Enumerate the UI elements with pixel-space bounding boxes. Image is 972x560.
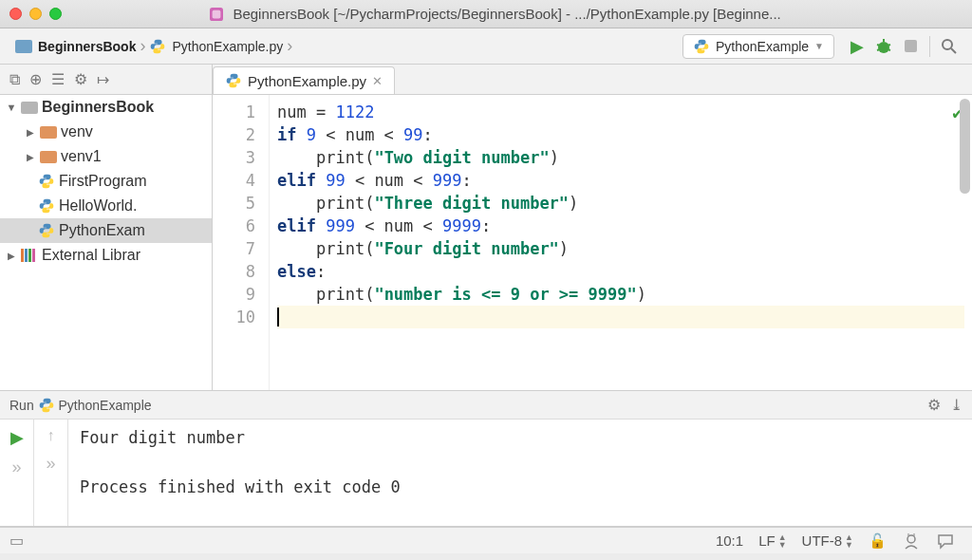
settings-gear-icon[interactable]: ⚙ [927, 396, 941, 414]
scroll-to-source-icon[interactable]: ⊕ [29, 70, 42, 88]
run-config-selector[interactable]: PythonExample ▼ [682, 34, 834, 59]
svg-point-2 [878, 42, 889, 53]
code-line: if 9 < num < 99: [277, 123, 964, 146]
python-file-icon [38, 197, 55, 215]
select-opened-file-icon[interactable]: ⧉ [9, 71, 20, 88]
editor-tab-active[interactable]: PythonExample.py ✕ [213, 66, 395, 94]
code-line: elif 999 < num < 9999: [277, 215, 964, 237]
collapse-all-icon[interactable]: ☰ [51, 70, 65, 88]
window-controls [9, 8, 62, 20]
play-icon: ▶ [850, 36, 864, 57]
python-file-icon [225, 72, 242, 89]
run-config-label: PythonExample [716, 39, 809, 54]
search-icon [941, 38, 958, 55]
module-icon [21, 102, 38, 114]
breadcrumb-project-label: BeginnersBook [38, 39, 136, 54]
svg-line-7 [888, 49, 890, 50]
folder-icon [40, 151, 57, 163]
search-everywhere-button[interactable] [938, 35, 961, 58]
code-editor[interactable]: 12345678910 num = 1122 if 9 < num < 99: … [213, 95, 972, 390]
window-title: BeginnersBook [~/PycharmProjects/Beginne… [76, 6, 963, 22]
breadcrumb-project[interactable]: BeginnersBook [9, 37, 141, 56]
close-tab-icon[interactable]: ✕ [372, 74, 383, 88]
code-line: print("Two digit number") [277, 146, 964, 169]
run-tool-config-label: PythonExample [58, 398, 151, 413]
run-tool-body: ▶ » ↑ » Four digit number Process finish… [0, 420, 972, 526]
code-line-current [277, 306, 964, 328]
tree-root[interactable]: BeginnersBook [0, 95, 212, 120]
expand-arrow-icon[interactable] [6, 249, 17, 262]
up-arrow-icon[interactable]: ↑ [47, 427, 55, 444]
line-separator-selector[interactable]: LF▲▼ [758, 532, 786, 549]
caret-position[interactable]: 10:1 [716, 532, 743, 549]
separator [929, 36, 930, 57]
code-line: else: [277, 260, 964, 283]
encoding-selector[interactable]: UTF-8▲▼ [802, 532, 853, 549]
navigation-bar: BeginnersBook › PythonExample.py › Pytho… [0, 28, 972, 65]
inspector-icon[interactable] [902, 532, 921, 551]
breadcrumb-file[interactable]: PythonExample.py [143, 36, 289, 57]
caret [277, 308, 279, 327]
bug-icon [874, 37, 893, 56]
read-only-lock-icon[interactable]: 🔓 [869, 532, 887, 550]
maximize-window-button[interactable] [49, 8, 62, 20]
gutter-line-numbers: 12345678910 [213, 95, 270, 390]
run-side-toolbar-1: ▶ » [0, 420, 34, 526]
tree-folder-label: venv1 [61, 148, 102, 165]
run-button[interactable]: ▶ [846, 35, 869, 58]
close-window-button[interactable] [9, 8, 22, 20]
svg-line-4 [877, 45, 880, 46]
project-tree[interactable]: BeginnersBook venv venv1 FirstProgram He… [0, 95, 213, 390]
chevron-down-icon: ▼ [814, 41, 824, 51]
tree-file-selected[interactable]: PythonExam [0, 218, 212, 243]
python-file-icon [149, 38, 166, 55]
chevron-double-icon[interactable]: » [11, 457, 21, 477]
stop-button[interactable] [899, 35, 922, 58]
settings-gear-icon[interactable]: ⚙ [74, 70, 87, 88]
run-tool-label: Run [9, 398, 34, 413]
editor-scrollbar[interactable] [960, 99, 970, 194]
svg-line-5 [888, 45, 890, 46]
svg-point-8 [943, 40, 952, 49]
tool-tab-bar: ⧉ ⊕ ☰ ⚙ ↦ PythonExample.py ✕ [0, 65, 972, 95]
run-side-toolbar-2: ↑ » [34, 420, 68, 526]
debug-button[interactable] [872, 35, 895, 58]
pycharm-app-icon [210, 8, 223, 21]
code-line: num = 1122 [277, 101, 964, 123]
main-area: BeginnersBook venv venv1 FirstProgram He… [0, 95, 972, 391]
tree-root-label: BeginnersBook [42, 99, 154, 116]
tree-external-label: External Librar [42, 247, 140, 264]
code-line: print("Four digit number") [277, 237, 964, 260]
tree-folder[interactable]: venv1 [0, 144, 212, 169]
expand-arrow-icon[interactable] [25, 150, 36, 163]
tree-file[interactable]: FirstProgram [0, 169, 212, 194]
python-file-icon [38, 222, 55, 239]
libraries-icon [21, 249, 38, 262]
hide-tool-window-icon[interactable]: ↦ [97, 70, 109, 88]
tree-folder[interactable]: venv [0, 120, 212, 144]
python-file-icon [38, 173, 55, 190]
rerun-button[interactable]: ▶ [10, 427, 24, 448]
tree-folder-label: venv [61, 123, 93, 140]
tool-window-bars-icon[interactable]: ▭ [9, 532, 24, 550]
folder-icon [15, 40, 32, 53]
code-line: print("Three digit number") [277, 192, 964, 215]
editor-content[interactable]: num = 1122 if 9 < num < 99: print("Two d… [270, 95, 972, 390]
stop-icon [905, 40, 917, 52]
svg-line-6 [877, 49, 880, 50]
run-console[interactable]: Four digit number Process finished with … [68, 420, 972, 526]
tree-external-libraries[interactable]: External Librar [0, 243, 212, 268]
expand-arrow-icon[interactable] [25, 125, 36, 139]
folder-icon [40, 126, 57, 139]
expand-arrow-icon[interactable] [6, 101, 17, 114]
editor-tab-label: PythonExample.py [248, 73, 366, 89]
svg-line-9 [951, 48, 956, 53]
status-bar: ▭ 10:1 LF▲▼ UTF-8▲▼ 🔓 [0, 527, 972, 553]
chevron-double-icon[interactable]: » [46, 454, 55, 474]
tree-file[interactable]: HelloWorld. [0, 194, 212, 218]
svg-point-10 [907, 535, 915, 543]
hide-tool-window-icon[interactable]: ⤓ [950, 396, 963, 414]
run-tool-window: Run PythonExample ⚙ ⤓ ▶ » ↑ » Four digit… [0, 391, 972, 527]
minimize-window-button[interactable] [29, 8, 42, 20]
feedback-icon[interactable] [936, 532, 955, 551]
